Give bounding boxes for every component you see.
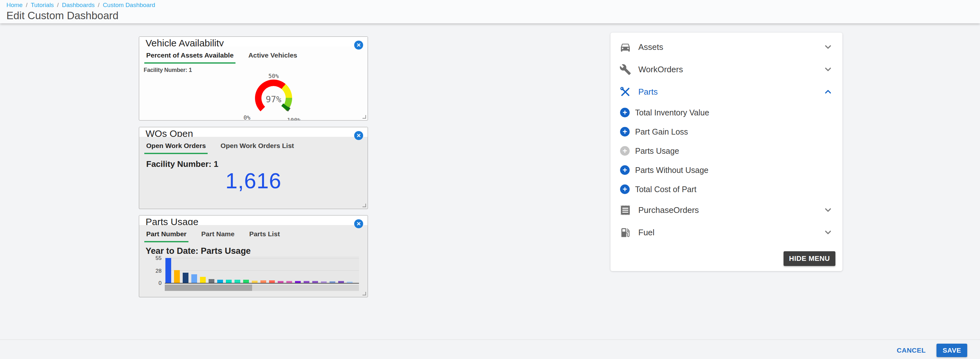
chevron-down-icon[interactable] — [823, 205, 833, 215]
tab-active-vehicles[interactable]: Active Vehicles — [247, 49, 299, 64]
add-widget-icon[interactable]: + — [620, 165, 630, 175]
bar-8 — [226, 280, 232, 283]
tab-part-name[interactable]: Part Name — [199, 228, 237, 242]
widget-parts-usage: ✕ Parts Usage Part NumberPart NameParts … — [139, 215, 368, 297]
bar-5 — [200, 277, 206, 283]
hide-menu-button[interactable]: HIDE MENU — [784, 251, 835, 266]
gauge-mid-label: 50% — [235, 73, 312, 79]
menu-section-label: Fuel — [638, 228, 655, 238]
menu-list: AssetsWorkOrdersParts+Total Inventory Va… — [611, 36, 842, 244]
bar-14 — [278, 281, 283, 283]
breadcrumb-link-custom-dashboard[interactable]: Custom Dashboard — [103, 2, 155, 9]
menu-section-label: WorkOrders — [638, 65, 683, 75]
widget-title: WOs Open — [139, 127, 368, 137]
footer-actions: CANCEL SAVE — [897, 344, 967, 357]
widget-menu-panel: AssetsWorkOrdersParts+Total Inventory Va… — [611, 33, 842, 271]
bar-3 — [183, 273, 188, 283]
close-icon[interactable]: ✕ — [354, 219, 363, 228]
bar-9 — [234, 280, 240, 283]
add-widget-icon-disabled: + — [620, 146, 630, 156]
widget-title: Vehicle Availability — [139, 37, 368, 46]
wrench-icon — [619, 64, 631, 75]
widget-tabs: Open Work OrdersOpen Work Orders List — [139, 137, 368, 154]
tab-open-work-orders[interactable]: Open Work Orders — [144, 140, 208, 154]
chevron-down-icon[interactable] — [823, 65, 833, 74]
bar-17 — [304, 281, 309, 283]
widget-tabs: Part NumberPart NameParts List — [139, 225, 368, 242]
menu-section-purchaseorders[interactable]: PurchaseOrders — [611, 199, 842, 221]
receipt-icon — [619, 204, 631, 216]
menu-item-total-inventory-value[interactable]: +Total Inventory Value — [611, 103, 842, 122]
menu-item-parts-usage[interactable]: +Parts Usage — [611, 141, 842, 160]
menu-item-label: Part Gain Loss — [635, 127, 688, 137]
bar-12 — [261, 280, 266, 283]
widget-tabs: Percent of Assets AvailableActive Vehicl… — [139, 46, 368, 64]
close-icon[interactable]: ✕ — [354, 41, 363, 49]
tab-percent-of-assets-available[interactable]: Percent of Assets Available — [144, 49, 235, 64]
menu-item-total-cost-of-part[interactable]: +Total Cost of Part — [611, 180, 842, 199]
menu-item-label: Total Inventory Value — [635, 108, 710, 118]
tools-icon — [619, 86, 631, 98]
widget-header: Parts Usage — [139, 216, 368, 225]
breadcrumb-link-tutorials[interactable]: Tutorials — [31, 2, 54, 9]
bar-2 — [174, 270, 180, 283]
tab-open-work-orders-list[interactable]: Open Work Orders List — [218, 140, 296, 154]
bar-6 — [208, 279, 214, 283]
breadcrumb-separator: / — [57, 2, 59, 9]
bar-22 — [347, 282, 353, 283]
save-button[interactable]: SAVE — [937, 344, 967, 357]
bar-16 — [295, 281, 301, 283]
widget-wos-open: ✕ WOs Open Open Work OrdersOpen Work Ord… — [139, 127, 368, 209]
menu-section-label: Assets — [638, 42, 663, 52]
menu-item-parts-without-usage[interactable]: +Parts Without Usage — [611, 160, 842, 180]
menu-section-fuel[interactable]: Fuel — [611, 221, 842, 244]
breadcrumb-separator: / — [26, 2, 27, 9]
add-widget-icon[interactable]: + — [620, 184, 630, 194]
add-widget-icon[interactable]: + — [620, 108, 630, 118]
bar-7 — [217, 280, 223, 283]
vehicle-icon — [619, 41, 631, 53]
gauge-value: 97% — [235, 94, 312, 104]
scrollbar-thumb[interactable] — [165, 284, 252, 291]
bar-10 — [243, 280, 249, 283]
gauge-min-label: 0% — [243, 114, 251, 121]
widget-vehicle-availability: ✕ Vehicle Availability Percent of Assets… — [139, 37, 368, 121]
bar-13 — [269, 280, 275, 283]
menu-section-assets[interactable]: Assets — [611, 36, 842, 58]
y-axis-tick: 0 — [148, 280, 162, 286]
resize-handle[interactable] — [363, 292, 366, 295]
tab-parts-list[interactable]: Parts List — [247, 228, 282, 242]
availability-gauge: 50% 0% 100% 97% — [235, 75, 312, 121]
add-widget-icon[interactable]: + — [620, 127, 630, 137]
resize-handle[interactable] — [363, 203, 366, 207]
bar-18 — [312, 281, 318, 283]
widget-header: WOs Open — [139, 127, 368, 137]
facility-filter-label: Facility Number: 1 — [139, 64, 368, 73]
menu-section-workorders[interactable]: WorkOrders — [611, 58, 842, 81]
breadcrumb-separator: / — [98, 2, 100, 9]
resize-handle[interactable] — [363, 115, 366, 119]
bar-4 — [191, 274, 197, 283]
fuel-pump-icon — [619, 227, 631, 238]
page-title: Edit Custom Dashboard — [0, 9, 980, 22]
bar-19 — [321, 281, 327, 283]
menu-section-parts[interactable]: Parts — [611, 81, 842, 103]
chevron-down-icon[interactable] — [823, 42, 833, 52]
tab-part-number[interactable]: Part Number — [144, 228, 188, 242]
y-axis-tick: 28 — [148, 268, 162, 274]
chart-title: Year to Date: Parts Usage — [139, 242, 368, 256]
chevron-down-icon[interactable] — [823, 228, 833, 237]
close-icon[interactable]: ✕ — [354, 131, 363, 140]
widget-title: Parts Usage — [139, 216, 368, 225]
cancel-button[interactable]: CANCEL — [897, 346, 926, 354]
bar-1 — [165, 258, 171, 283]
menu-item-label: Parts Usage — [635, 146, 679, 156]
breadcrumb-link-home[interactable]: Home — [6, 2, 23, 9]
breadcrumb-link-dashboards[interactable]: Dashboards — [62, 2, 94, 9]
menu-item-label: Total Cost of Part — [635, 185, 697, 194]
menu-item-part-gain-loss[interactable]: +Part Gain Loss — [611, 122, 842, 141]
chevron-up-icon[interactable] — [823, 87, 833, 97]
y-axis-tick: 55 — [148, 255, 162, 262]
chart-horizontal-scrollbar[interactable] — [165, 284, 359, 291]
footer-bar: CANCEL SAVE — [0, 340, 980, 359]
